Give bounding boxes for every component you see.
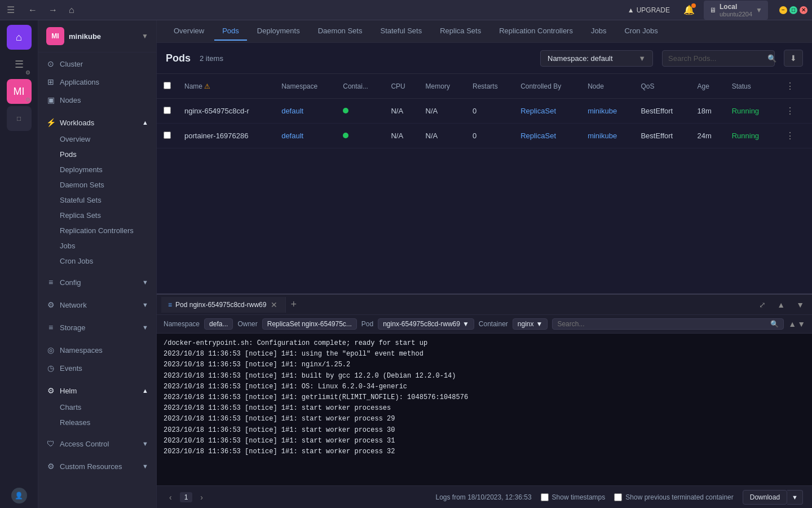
home-nav-button[interactable]: ⌂	[7, 25, 32, 50]
tab-deployments[interactable]: Deployments	[249, 22, 308, 41]
network-header[interactable]: ⚙ Network ▼	[38, 296, 156, 314]
config-header[interactable]: ≡ Config ▼	[38, 273, 156, 291]
minimize-button[interactable]: −	[779, 6, 787, 14]
sidebar-item-cluster[interactable]: ⊙ Cluster	[38, 55, 156, 73]
log-nav-down-button[interactable]: ▼	[797, 319, 805, 329]
maximize-button[interactable]: □	[789, 6, 797, 14]
sidebar-sub-replication-controllers[interactable]: Replication Controllers	[38, 223, 156, 238]
show-timestamps-label[interactable]: Show timestamps	[541, 493, 606, 501]
namespaces-section: ◎ Namespaces ◷ Events	[38, 339, 156, 379]
tab-overview[interactable]: Overview	[166, 22, 212, 41]
cluster-nav-button[interactable]: MI ⚙	[7, 79, 32, 104]
pod-select-chevron-icon: ▼	[462, 320, 469, 328]
page-next-button[interactable]: ›	[197, 492, 206, 503]
row-checkbox[interactable]	[164, 107, 171, 114]
close-button[interactable]: ✕	[800, 6, 807, 14]
namespace-filter-value[interactable]: defa...	[204, 318, 233, 330]
sidebar-sub-replica-sets[interactable]: Replica Sets	[38, 208, 156, 223]
cluster-icon: ⊙	[46, 59, 55, 68]
tab-replication-controllers[interactable]: Replication Controllers	[491, 22, 581, 41]
tab-replica-sets[interactable]: Replica Sets	[432, 22, 489, 41]
controlled-by-link[interactable]: ReplicaSet	[520, 107, 556, 115]
sidebar-sub-overview[interactable]: Overview	[38, 132, 156, 147]
terminal-add-tab-button[interactable]: +	[286, 299, 301, 310]
download-icon-button[interactable]: ⬇	[784, 50, 803, 67]
sidebar-item-events[interactable]: ◷ Events	[38, 359, 156, 377]
namespace-select[interactable]: Namespace: default ▼	[540, 50, 653, 67]
access-control-header[interactable]: 🛡 Access Control ▼	[38, 435, 156, 453]
sidebar-sub-jobs[interactable]: Jobs	[38, 238, 156, 253]
helm-header[interactable]: ⚙ Helm ▲	[38, 382, 156, 400]
sidebar-item-applications[interactable]: ⊞ Applications	[38, 73, 156, 91]
pod-filter-select[interactable]: nginx-654975c8cd-rww69 ▼	[378, 318, 474, 330]
show-timestamps-checkbox[interactable]	[541, 493, 549, 501]
node-link[interactable]: minikube	[588, 132, 617, 140]
nav-btn-7[interactable]	[7, 187, 32, 212]
col-restarts: Restarts	[466, 74, 514, 99]
page-prev-button[interactable]: ‹	[166, 492, 175, 503]
forward-button[interactable]: →	[44, 3, 62, 17]
log-nav-up-button[interactable]: ▲	[788, 319, 796, 329]
workloads-header[interactable]: ⚡ Workloads ▲	[38, 113, 156, 132]
namespace-link[interactable]: default	[281, 107, 303, 115]
upgrade-icon: ▲	[628, 6, 634, 14]
sidebar-sub-stateful-sets[interactable]: Stateful Sets	[38, 192, 156, 208]
terminal-expand-button[interactable]: ⤢	[756, 298, 769, 312]
show-prev-container-checkbox[interactable]	[614, 493, 622, 501]
namespace-link[interactable]: default	[281, 132, 303, 140]
notification-button[interactable]: 🔔	[681, 2, 697, 17]
col-menu-button[interactable]: ⋮	[782, 80, 798, 93]
window-info[interactable]: 🖥 Local ubuntu2204 ▼	[704, 1, 768, 20]
controlled-by-link[interactable]: ReplicaSet	[520, 132, 556, 140]
home-icon[interactable]: ⌂	[69, 5, 74, 15]
download-dropdown-button[interactable]: ▼	[787, 490, 803, 505]
terminal-tab-pod[interactable]: ≡ Pod nginx-654975c8cd-rww69 ✕	[161, 297, 286, 313]
sidebar-sub-releases[interactable]: Releases	[38, 415, 156, 430]
select-all-checkbox[interactable]	[164, 82, 171, 89]
download-button[interactable]: Download	[743, 490, 787, 505]
user-avatar[interactable]: 👤	[11, 488, 27, 503]
menu-icon[interactable]: ☰	[5, 2, 17, 17]
nav-btn-6[interactable]	[7, 160, 32, 185]
owner-filter-select[interactable]: ReplicaSet nginx-654975c...	[262, 318, 357, 330]
tab-cron-jobs[interactable]: Cron Jobs	[616, 22, 665, 41]
pods-content: Pods 2 items Namespace: default ▼ 🔍 ⬇	[157, 43, 812, 485]
log-search-input[interactable]	[557, 320, 768, 328]
container-select-chevron-icon: ▼	[536, 320, 543, 328]
cluster-badge: MI	[46, 27, 64, 45]
terminal-tab-close-button[interactable]: ✕	[270, 300, 279, 309]
sidebar-sub-pods[interactable]: Pods	[38, 147, 156, 162]
tab-daemon-sets[interactable]: Daemon Sets	[310, 22, 370, 41]
row-menu-button[interactable]: ⋮	[782, 104, 798, 117]
pod-age-cell: 24m	[691, 124, 725, 148]
storage-header[interactable]: ≡ Storage ▼	[38, 318, 156, 336]
sidebar-sub-cron-jobs[interactable]: Cron Jobs	[38, 253, 156, 269]
upgrade-button[interactable]: ▲ UPGRADE	[623, 4, 674, 16]
nav-btn-4[interactable]: □	[7, 106, 32, 131]
workloads-section: ⚡ Workloads ▲ Overview Pods Deployments …	[38, 111, 156, 271]
cluster-chevron-icon[interactable]: ▼	[142, 32, 148, 40]
show-prev-container-label[interactable]: Show previous terminated container	[614, 493, 733, 501]
row-menu-button[interactable]: ⋮	[782, 129, 798, 142]
cluster-header[interactable]: MI minikube ▼	[38, 20, 156, 52]
list-nav-button[interactable]: ☰ ⚙	[7, 52, 32, 77]
sidebar-sub-daemon-sets[interactable]: Daemon Sets	[38, 177, 156, 192]
sidebar-sub-deployments[interactable]: Deployments	[38, 162, 156, 177]
custom-resources-header[interactable]: ⚙ Custom Resources ▼	[38, 457, 156, 475]
row-checkbox[interactable]	[164, 132, 171, 139]
sidebar-item-namespaces[interactable]: ◎ Namespaces	[38, 341, 156, 359]
tab-pods[interactable]: Pods	[214, 22, 247, 41]
sidebar-sub-charts[interactable]: Charts	[38, 400, 156, 415]
pod-filter-label: Pod	[361, 320, 373, 328]
nav-btn-5[interactable]	[7, 133, 32, 158]
container-filter-select[interactable]: nginx ▼	[513, 318, 548, 330]
back-button[interactable]: ←	[24, 3, 42, 17]
tab-stateful-sets[interactable]: Stateful Sets	[372, 22, 430, 41]
sidebar-item-nodes[interactable]: ▣ Nodes	[38, 91, 156, 109]
terminal-scroll-up-button[interactable]: ▲	[774, 298, 788, 312]
search-input[interactable]	[668, 54, 763, 63]
terminal-scroll-down-button[interactable]: ▼	[793, 298, 807, 312]
tab-jobs[interactable]: Jobs	[583, 22, 614, 41]
node-link[interactable]: minikube	[588, 107, 617, 115]
page-number: 1	[180, 492, 193, 502]
